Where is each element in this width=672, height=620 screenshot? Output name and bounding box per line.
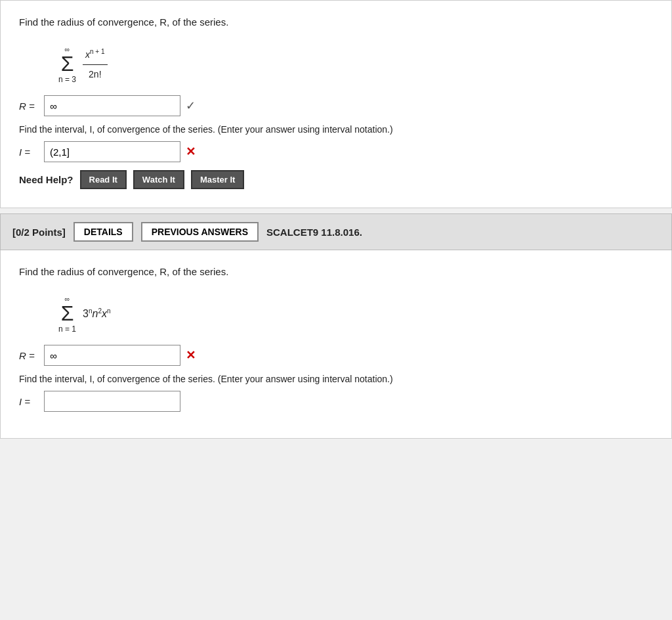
cross-icon-2: ✕ <box>186 348 196 363</box>
sigma-symbol-1: ∞ Σ n = 3 <box>58 46 76 83</box>
problem-2-section: Find the radius of convergence, R, of th… <box>0 250 672 439</box>
i-input-2[interactable] <box>44 391 180 412</box>
i-answer-row-2: I = <box>19 391 653 412</box>
section-header: [0/2 Points] DETAILS PREVIOUS ANSWERS SC… <box>0 213 672 250</box>
master-it-button[interactable]: Master It <box>191 170 244 189</box>
problem-1-section: Find the radius of convergence, R, of th… <box>0 0 672 208</box>
read-it-button[interactable]: Read It <box>80 170 127 189</box>
problem1-instruction: Find the radius of convergence, R, of th… <box>19 16 653 28</box>
need-help-row-1: Need Help? Read It Watch It Master It <box>19 170 653 189</box>
series-display-1: ∞ Σ n = 3 xn + 1 2n! <box>58 39 653 83</box>
series-term-2: 3nn2xn <box>83 305 111 324</box>
previous-answers-button[interactable]: PREVIOUS ANSWERS <box>141 222 259 242</box>
i-label-1: I = <box>19 146 39 158</box>
sigma-sub-2: n = 1 <box>58 325 76 333</box>
r-label-1: R = <box>19 100 39 112</box>
series-display-2: ∞ Σ n = 1 3nn2xn <box>58 289 653 333</box>
watch-it-button[interactable]: Watch It <box>133 170 184 189</box>
r-answer-row-1: R = ✓ <box>19 95 653 116</box>
r-input-2[interactable] <box>44 345 180 366</box>
check-icon-1: ✓ <box>186 99 196 113</box>
interval-instruction-2: Find the interval, I, of convergence of … <box>19 374 653 384</box>
sigma-sub-1: n = 3 <box>58 76 76 83</box>
series-fraction-1: xn + 1 2n! <box>83 46 108 83</box>
r-input-1[interactable] <box>44 95 180 116</box>
series-numerator-1: xn + 1 <box>83 46 108 65</box>
details-button[interactable]: DETAILS <box>74 222 133 242</box>
r-answer-row-2: R = ✕ <box>19 345 653 366</box>
interval-instruction-1: Find the interval, I, of convergence of … <box>19 124 653 135</box>
problem2-instruction: Find the radius of convergence, R, of th… <box>19 266 653 277</box>
i-label-2: I = <box>19 396 39 407</box>
need-help-label-1: Need Help? <box>19 174 74 185</box>
r-label-2: R = <box>19 350 39 361</box>
i-input-1[interactable] <box>44 141 180 162</box>
i-answer-row-1: I = ✕ <box>19 141 653 162</box>
cross-icon-1: ✕ <box>186 144 196 159</box>
sigma-symbol-2: ∞ Σ n = 1 <box>58 296 76 333</box>
scalcet-label: SCALCET9 11.8.016. <box>266 227 362 238</box>
points-label: [0/2 Points] <box>12 227 66 238</box>
series-denominator-1: 2n! <box>86 65 104 83</box>
